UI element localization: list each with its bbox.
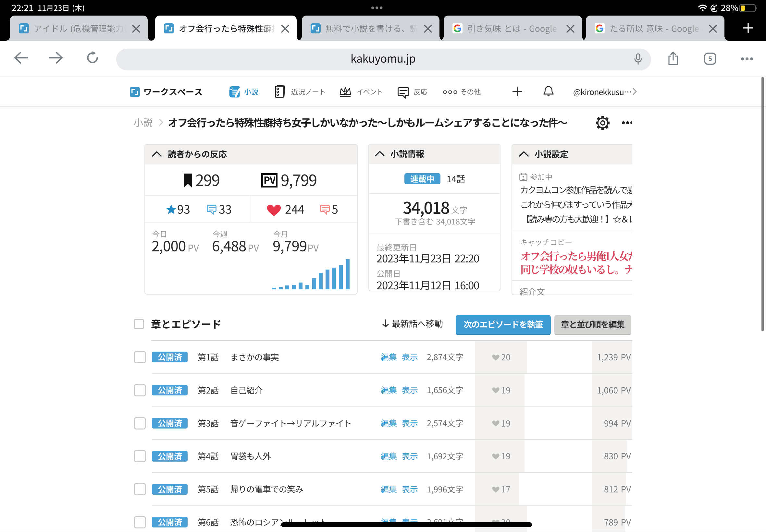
svg-text:5: 5 [708,55,712,62]
